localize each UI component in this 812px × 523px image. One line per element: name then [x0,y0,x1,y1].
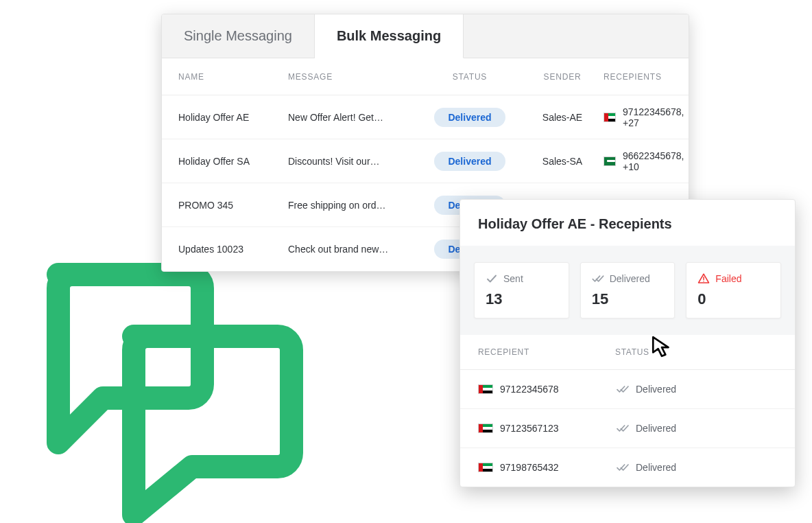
stat-sent-label: Sent [503,273,523,284]
table-row[interactable]: Holiday Offer AENew Offer Alert! Get…Del… [162,95,689,139]
panel-title: Holiday Offer AE - Recepients [460,200,795,246]
table-row[interactable]: 97123567123Delivered [460,409,795,448]
table-header: NAME MESSAGE STATUS SENDER RECEPIENTS [162,58,689,95]
svg-point-1 [704,281,705,282]
double-check-icon [592,272,604,285]
stat-failed-value: 0 [697,290,769,308]
recipient-text: 97122345678, +27 [623,106,687,128]
col-recipients: RECEPIENTS [604,72,672,82]
tabs-filler [464,14,689,58]
status-badge: Delivered [434,152,505,171]
cell-name: PROMO 345 [178,200,288,211]
cell-sender: Sales-SA [521,156,604,167]
double-check-icon [615,462,630,473]
col-status2: STATUS [615,347,777,357]
cell-sender: Sales-AE [521,112,604,123]
stat-failed-label: Failed [715,273,741,284]
cell-message: Discounts! Visit our… [288,156,418,167]
table-row[interactable]: Holiday Offer SADiscounts! Visit our…Del… [162,139,689,183]
cell-recipients: 97122345678, +27 [604,106,687,128]
stat-failed[interactable]: Failed 0 [686,262,781,318]
col-message: MESSAGE [288,72,418,82]
status-text: Delivered [636,384,676,395]
warning-icon [697,272,710,285]
cell-status: Delivered [418,108,521,127]
table-row[interactable]: 97122345678Delivered [460,370,795,409]
cell-status: Delivered [615,423,777,434]
flag-icon [604,156,616,166]
cell-name: Holiday Offer AE [178,112,288,123]
recipient-number: 97123567123 [500,423,559,434]
recipients-panel: Holiday Offer AE - Recepients Sent 13 De… [459,199,796,487]
stat-sent-value: 13 [486,290,558,308]
stats-row: Sent 13 Delivered 15 Failed 0 [460,246,795,335]
flag-icon [478,384,493,394]
cell-recipients: 96622345678, +10 [604,150,687,172]
status-badge: Delivered [434,108,505,127]
panel-table-header: RECEPIENT STATUS [460,335,795,370]
cell-message: Free shipping on ord… [288,200,418,211]
flag-icon [478,423,493,433]
cell-message: Check out brand new… [288,244,418,255]
col-recipient: RECEPIENT [478,347,615,357]
stat-sent[interactable]: Sent 13 [474,262,569,318]
tabs: Single Messaging Bulk Messaging [162,14,689,58]
cell-name: Updates 10023 [178,244,288,255]
recipient-number: 97122345678 [500,384,559,395]
tab-single-messaging[interactable]: Single Messaging [162,14,315,58]
recipient-text: 96622345678, +10 [623,150,687,172]
cell-status: Delivered [615,384,777,395]
col-sender: SENDER [521,72,604,82]
double-check-icon [615,384,630,395]
col-status: STATUS [418,72,521,82]
cell-recipient: 97198765432 [478,462,615,473]
cell-message: New Offer Alert! Get… [288,112,418,123]
cell-status: Delivered [418,152,521,171]
stat-delivered-value: 15 [592,290,664,308]
flag-icon [604,113,616,122]
double-check-icon [615,423,630,434]
stat-delivered[interactable]: Delivered 15 [580,262,676,318]
flag-icon [478,463,493,472]
chat-bubbles-icon [21,254,315,523]
check-icon [486,272,498,285]
tab-bulk-messaging[interactable]: Bulk Messaging [315,14,464,58]
stat-delivered-label: Delivered [610,273,650,284]
col-name: NAME [178,72,288,82]
cell-status: Delivered [615,462,777,473]
cell-recipient: 97122345678 [478,384,615,395]
table-row[interactable]: 97198765432Delivered [460,448,795,487]
status-text: Delivered [636,423,676,434]
recipient-number: 97198765432 [500,462,559,473]
cell-recipient: 97123567123 [478,423,615,434]
status-text: Delivered [636,462,676,473]
cell-name: Holiday Offer SA [178,156,288,167]
